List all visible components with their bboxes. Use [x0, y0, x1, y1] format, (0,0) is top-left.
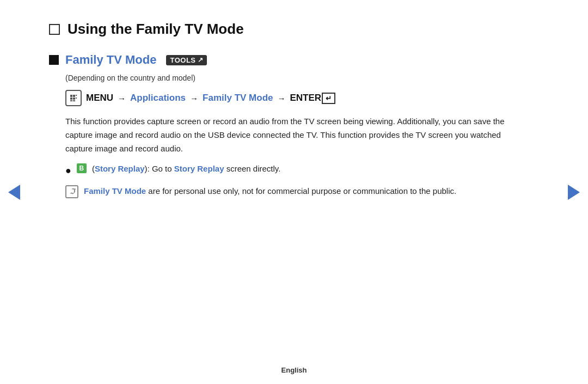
svg-rect-5: [76, 97, 77, 99]
svg-rect-4: [73, 97, 75, 100]
svg-rect-7: [73, 100, 75, 101]
filled-square-icon: [49, 55, 59, 65]
right-arrow-icon: [568, 185, 580, 200]
bullet-item-story-replay: ● B (Story Replay): Go to Story Replay s…: [65, 163, 539, 178]
note-icon: ℑ: [65, 185, 78, 198]
main-heading-row: Using the Family TV Mode: [49, 21, 539, 38]
menu-nav-row: MENU → Applications → Family TV Mode → E…: [65, 90, 539, 106]
nav-arrow-right[interactable]: [566, 185, 581, 200]
svg-rect-1: [73, 95, 75, 97]
nav-arrow-left[interactable]: [7, 185, 22, 200]
depends-text: (Depending on the country and model): [65, 74, 539, 82]
story-b-badge: B: [77, 163, 87, 173]
body-paragraph: This function provides capture screen or…: [65, 115, 512, 155]
svg-rect-0: [70, 95, 72, 97]
note-family-tv-link: Family TV Mode: [84, 186, 146, 196]
left-arrow-icon: [8, 185, 20, 200]
svg-rect-3: [70, 97, 72, 100]
nav-applications: Applications: [130, 93, 186, 103]
enter-label-text: ENTER↵: [290, 93, 336, 104]
page-container: Using the Family TV Mode Family TV Mode …: [0, 0, 588, 384]
section-heading-row: Family TV Mode TOOLS ↗: [49, 53, 539, 67]
note-text: Family TV Mode are for personal use only…: [84, 185, 456, 198]
svg-rect-6: [70, 100, 72, 101]
menu-label-text: MENU: [86, 93, 113, 103]
checkbox-icon: [49, 24, 60, 35]
bullet-dot: ●: [65, 163, 71, 178]
story-replay-link-1: Story Replay: [95, 164, 145, 173]
note-item: ℑ Family TV Mode are for personal use on…: [65, 185, 517, 198]
nav-family-tv-mode: Family TV Mode: [203, 93, 273, 103]
section-heading-text: Family TV Mode: [65, 53, 156, 67]
svg-rect-2: [76, 95, 77, 96]
footer-text: English: [281, 366, 307, 374]
arrow-3: →: [278, 94, 286, 103]
tools-icon: ↗: [198, 56, 204, 64]
main-heading-text: Using the Family TV Mode: [68, 21, 244, 38]
menu-remote-icon: [65, 90, 82, 106]
arrow-1: →: [118, 94, 126, 103]
enter-badge: ↵: [322, 93, 335, 104]
arrow-2: →: [190, 94, 198, 103]
bullet-text: (Story Replay): Go to Story Replay scree…: [92, 163, 281, 175]
tools-badge: TOOLS ↗: [166, 55, 207, 65]
footer: English: [0, 366, 588, 374]
story-replay-link-2: Story Replay: [174, 164, 224, 173]
